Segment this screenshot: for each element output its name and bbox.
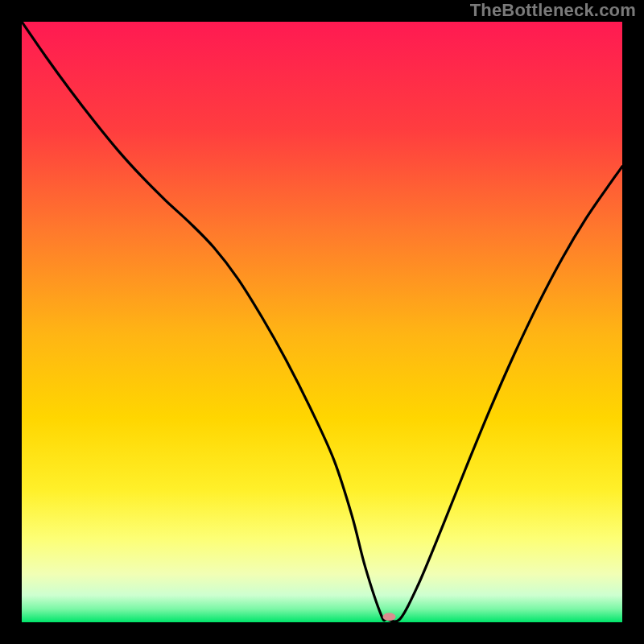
chart-container: TheBottleneck.com	[0, 0, 644, 644]
attribution-text: TheBottleneck.com	[470, 0, 636, 21]
gradient-background	[22, 22, 622, 622]
plot-area	[22, 22, 622, 622]
marker-dot	[383, 613, 396, 621]
chart-svg	[22, 22, 622, 622]
